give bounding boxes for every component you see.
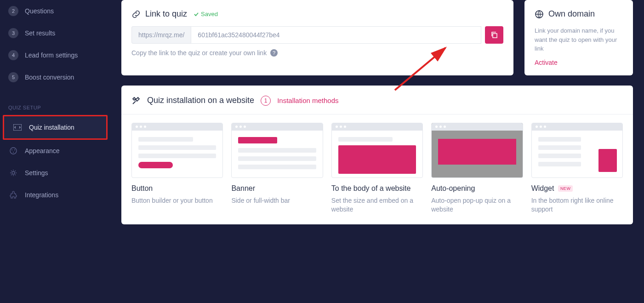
puzzle-icon	[8, 190, 18, 200]
gear-icon	[8, 168, 18, 178]
option-desc: Set the size and embed on a website	[331, 196, 423, 214]
link-to-quiz-card: Link to quiz Saved https://mrqz.me/ Copy…	[121, 0, 513, 75]
activate-link[interactable]: Activate	[535, 59, 623, 66]
copy-link-button[interactable]	[485, 26, 503, 44]
install-option-banner[interactable]: Banner Side or full-width bar	[231, 123, 323, 214]
palette-icon	[8, 146, 18, 156]
option-title: Widget NEW	[531, 184, 623, 193]
preview-body	[331, 123, 423, 178]
saved-indicator: Saved	[194, 11, 218, 17]
sidebar-section-header: QUIZ SETUP	[0, 88, 110, 115]
url-row: https://mrqz.me/	[131, 26, 503, 44]
step-badge: 1	[261, 96, 271, 106]
svg-point-5	[12, 172, 15, 174]
svg-point-2	[11, 149, 12, 150]
sidebar-step-set-results[interactable]: 3 Set results	[0, 22, 110, 44]
sidebar-item-integrations[interactable]: Integrations	[0, 184, 110, 206]
sidebar-item-label: Appearance	[25, 147, 60, 154]
sidebar-item-label: Settings	[25, 169, 48, 177]
highlight-box: Quiz installation	[3, 115, 108, 140]
domain-description: Link your domain name, if you want the q…	[535, 26, 623, 53]
install-title: Quiz installation on a website	[147, 96, 254, 105]
hint-text: Copy the link to the quiz or create your…	[131, 49, 267, 57]
option-desc: In the bottom right like online support	[531, 196, 623, 214]
option-desc: Auto-open pop-up quiz on a website	[431, 196, 523, 214]
sidebar-item-quiz-installation[interactable]: Quiz installation	[4, 116, 106, 138]
svg-point-1	[10, 148, 17, 154]
preview-widget	[531, 123, 623, 178]
step-label: Questions	[25, 7, 54, 15]
preview-auto	[431, 123, 523, 178]
quiz-url-input[interactable]	[191, 26, 481, 44]
preview-banner	[231, 123, 323, 178]
sidebar: 2 Questions 3 Set results 4 Lead form se…	[0, 0, 110, 303]
card-title-row: Link to quiz Saved	[131, 9, 503, 19]
sidebar-item-label: Quiz installation	[29, 124, 74, 131]
globe-icon	[535, 10, 544, 19]
option-desc: Side or full-width bar	[231, 196, 323, 206]
sidebar-step-lead-form[interactable]: 4 Lead form settings	[0, 44, 110, 66]
step-label: Set results	[25, 29, 55, 37]
main-content: Link to quiz Saved https://mrqz.me/ Copy…	[110, 0, 644, 303]
option-title-text: Widget	[531, 184, 554, 192]
step-number: 2	[8, 6, 18, 16]
install-option-body[interactable]: To the body of a website Set the size an…	[331, 123, 423, 214]
install-option-button[interactable]: Button Button builder or your button	[131, 123, 223, 214]
link-icon	[131, 10, 141, 19]
card-title-row: Own domain	[535, 9, 623, 19]
option-title: Banner	[231, 184, 323, 193]
svg-point-4	[13, 152, 14, 153]
step-number: 4	[8, 50, 18, 60]
card-title: Own domain	[548, 9, 595, 19]
preview-button	[131, 123, 223, 178]
help-icon[interactable]: ?	[270, 49, 278, 57]
step-number: 5	[8, 72, 18, 82]
install-option-widget[interactable]: Widget NEW In the bottom right like onli…	[531, 123, 623, 214]
new-badge: NEW	[558, 185, 573, 192]
install-option-auto-opening[interactable]: Auto-opening Auto-open pop-up quiz on a …	[431, 123, 523, 214]
saved-label: Saved	[201, 11, 218, 17]
sidebar-step-questions[interactable]: 2 Questions	[0, 0, 110, 22]
sidebar-item-label: Integrations	[25, 191, 58, 199]
option-title: To the body of a website	[331, 184, 423, 193]
step-number: 3	[8, 28, 18, 38]
step-label: Lead form settings	[25, 51, 78, 59]
tools-icon	[131, 96, 141, 105]
sidebar-step-boost-conversion[interactable]: 5 Boost conversion	[0, 66, 110, 88]
copy-icon	[490, 31, 498, 39]
option-desc: Button builder or your button	[131, 196, 223, 206]
installation-methods-link[interactable]: Installation methods	[277, 97, 338, 104]
option-title: Auto-opening	[431, 184, 523, 193]
card-title: Link to quiz	[145, 9, 187, 19]
sidebar-item-settings[interactable]: Settings	[0, 162, 110, 184]
url-prefix: https://mrqz.me/	[131, 26, 191, 44]
own-domain-card: Own domain Link your domain name, if you…	[524, 0, 633, 75]
step-label: Boost conversion	[25, 74, 74, 81]
option-title: Button	[131, 184, 223, 193]
install-card: Quiz installation on a website 1 Install…	[121, 86, 633, 224]
code-icon	[12, 122, 23, 132]
install-options: Button Button builder or your button Ban…	[121, 114, 633, 214]
install-header: Quiz installation on a website 1 Install…	[131, 96, 623, 114]
svg-point-3	[14, 149, 15, 150]
svg-rect-6	[493, 34, 497, 38]
copy-hint: Copy the link to the quiz or create your…	[131, 49, 503, 57]
check-icon	[194, 11, 199, 17]
sidebar-item-appearance[interactable]: Appearance	[0, 140, 110, 162]
